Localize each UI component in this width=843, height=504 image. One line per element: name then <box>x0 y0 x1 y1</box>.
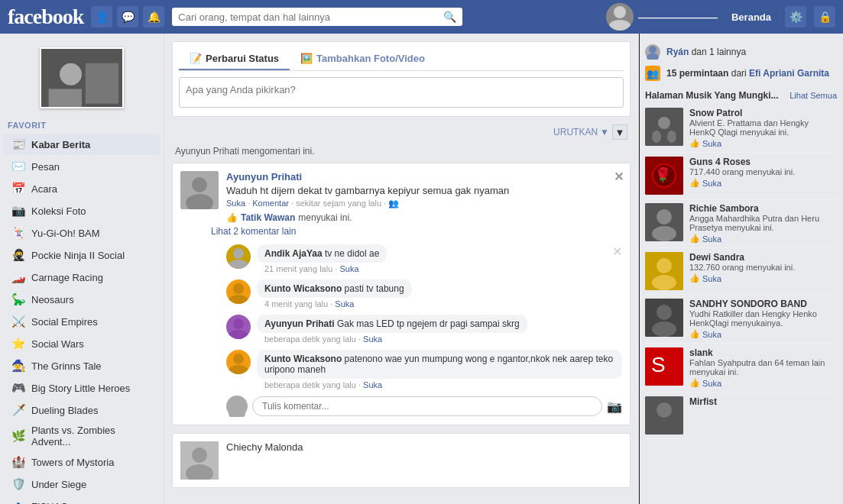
rs-notification-1[interactable]: Ryán dan 1 lainnya <box>645 41 837 63</box>
richie-sambora-info: Richie Sambora Angga Mahardhika Putra da… <box>689 203 837 244</box>
comment-input[interactable] <box>252 396 602 416</box>
comment-input-avatar <box>226 396 248 417</box>
status-input[interactable] <box>179 77 624 108</box>
sidebar-item-fishao[interactable]: 🐟 FISHAO <box>3 496 160 504</box>
right-sidebar: Ryán dan 1 lainnya 👥 15 permintaan dari … <box>638 34 843 504</box>
music-page-snow-patrol: Snow Patrol Alvient E. Prattama dan Heng… <box>645 104 837 153</box>
carnage-icon: 🏎️ <box>11 270 26 285</box>
notification-avatar-1 <box>645 44 660 60</box>
like-thumb-icon: 👍 <box>689 138 700 148</box>
sandhy-sondoro-info: SANDHY SONDORO BAND Yudhi Ratkiller dan … <box>689 299 837 339</box>
profile-name[interactable]: ———————— <box>638 11 718 23</box>
slank-like-button[interactable]: 👍Suka <box>689 378 837 388</box>
efi-link[interactable]: Efi Apriani Garnita <box>749 68 829 79</box>
notifications-icon[interactable]: 🔔 <box>143 6 164 27</box>
search-icon[interactable]: 🔍 <box>443 11 456 23</box>
close-comment-button[interactable]: ✕ <box>612 244 622 259</box>
messages-icon[interactable]: 💬 <box>117 6 138 27</box>
tab-add-photo[interactable]: 🖼️ Tambahkan Foto/Video <box>290 48 436 70</box>
search-input[interactable] <box>178 11 443 23</box>
sort-chevron: ▼ <box>600 127 609 137</box>
sidebar-item-big-story[interactable]: 🎮 Big Story Little Heroes <box>3 377 160 399</box>
snow-patrol-name: Snow Patrol <box>689 108 837 118</box>
lock-icon[interactable]: 🔒 <box>814 6 835 27</box>
guns-roses-like-button[interactable]: 👍Suka <box>689 178 837 188</box>
profile-cover-photo[interactable] <box>40 47 124 108</box>
svg-point-1 <box>609 20 631 31</box>
comment-link[interactable]: Komentar <box>252 199 289 208</box>
sidebar-item-acara[interactable]: 📅 Acara <box>3 178 160 199</box>
notification-text-1: Ryán dan 1 lainnya <box>666 47 746 57</box>
comment-meta: beberapa detik yang lalu · Suka <box>257 380 622 389</box>
guns-roses-info: Guns 4 Roses 717.440 orang menyukai ini.… <box>689 157 837 188</box>
rs-notification-2[interactable]: 👥 15 permintaan dari Efi Apriani Garnita <box>645 63 837 84</box>
svg-text:S: S <box>651 353 666 376</box>
comment-like-link[interactable]: Suka <box>335 299 354 309</box>
sidebar-item-yu-gi-oh[interactable]: 🃏 Yu-Gi-Oh! BAM <box>3 222 160 244</box>
sidebar-item-dueling-blades[interactable]: 🗡️ Dueling Blades <box>3 399 160 421</box>
home-button[interactable]: Beranda <box>725 8 777 26</box>
post-card-1: ✕ Ayunyun Prihati Waduh ht dijem dekat t… <box>172 163 631 425</box>
facebook-logo: facebook <box>8 5 83 29</box>
snow-patrol-like-button[interactable]: 👍Suka <box>689 138 837 148</box>
plants-icon: 🌿 <box>11 428 26 444</box>
nav-icon-group: 👤 💬 🔔 <box>91 6 164 27</box>
comment-meta: beberapa detik yang lalu · Suka <box>257 334 527 344</box>
close-post-button[interactable]: ✕ <box>614 170 624 184</box>
sidebar-item-neosaurs[interactable]: 🦕 Neosaurs <box>3 289 160 310</box>
like-thumb-icon: 👍 <box>689 378 700 388</box>
post-body: Ayunyun Prihati Waduh ht dijem dekat tv … <box>180 171 622 209</box>
liker-name[interactable]: Tatik Wawan <box>241 212 295 223</box>
svg-point-25 <box>658 117 670 129</box>
like-link[interactable]: Suka <box>226 199 245 208</box>
main-content: 📝 Perbarui Status 🖼️ Tambahkan Foto/Vide… <box>164 34 638 504</box>
sidebar-item-label: Koleksi Foto <box>31 205 153 217</box>
post2-avatar[interactable] <box>180 441 219 480</box>
comment-like-link[interactable]: Suka <box>363 380 382 389</box>
richie-sambora-fans: Angga Mahardhika Putra dan Heru Prasetya… <box>689 214 837 232</box>
sidebar-item-pockie-ninja[interactable]: 🥷 Pockie Ninja II Social <box>3 244 160 266</box>
sidebar-item-kabar-berita[interactable]: 📰 Kabar Berita <box>3 134 160 155</box>
thumbs-up-icon: 👍 <box>226 212 238 223</box>
sidebar-item-koleksi-foto[interactable]: 📷 Koleksi Foto <box>3 200 160 221</box>
post-author-name[interactable]: Ayunyun Prihati <box>226 171 302 183</box>
post-author-avatar[interactable] <box>180 171 219 209</box>
comment-content: Kunto Wicaksono pasti tv tabung 4 menit … <box>257 279 412 309</box>
comment-time: 21 menit yang lalu <box>264 264 332 273</box>
comment-meta: 4 menit yang lalu · Suka <box>257 299 412 309</box>
comment-like-link[interactable]: Suka <box>339 264 358 273</box>
sidebar-item-under-siege[interactable]: 🛡️ Under Siege <box>3 473 160 495</box>
post-box: 📝 Perbarui Status 🖼️ Tambahkan Foto/Vide… <box>172 41 631 117</box>
richie-sambora-like-button[interactable]: 👍Suka <box>689 234 837 244</box>
settings-icon[interactable]: ⚙️ <box>785 6 806 27</box>
camera-icon[interactable]: 📷 <box>607 399 622 414</box>
guns-roses-name: Guns 4 Roses <box>689 157 837 167</box>
ryan-link[interactable]: Ryán <box>666 47 689 57</box>
sidebar-item-pesan[interactable]: ✉️ Pesan <box>3 156 160 177</box>
sidebar-item-social-wars[interactable]: ⭐ Social Wars <box>3 333 160 354</box>
comment-author: Kunto Wicaksono <box>264 283 342 294</box>
sidebar-item-social-empires[interactable]: ⚔️ Social Empires <box>3 311 160 332</box>
feed-scroll-button[interactable]: ▼ <box>612 124 627 140</box>
dewi-sandra-thumb <box>645 252 683 290</box>
sidebar-item-carnage-racing[interactable]: 🏎️ Carnage Racing <box>3 267 160 288</box>
sidebar-item-towers-mystoria[interactable]: 🏰 Towers of Mystoria <box>3 451 160 473</box>
sidebar-item-grinns-tale[interactable]: 🧙 The Grinns Tale <box>3 355 160 376</box>
comment-content: Andik AjaYaa tv ne didol ae 21 menit yan… <box>257 244 387 273</box>
see-more-comments[interactable]: Lihat 2 komentar lain <box>211 226 622 237</box>
sidebar-item-plants-vs-zombies[interactable]: 🌿 Plants vs. Zombies Advent... <box>3 422 160 451</box>
comment-like-link[interactable]: Suka <box>363 334 382 344</box>
post-text: Waduh ht dijem dekat tv gambarnya kepiyu… <box>226 185 622 196</box>
post2-author-name[interactable]: Chiechy Malonda <box>226 441 303 453</box>
sort-button[interactable]: URUTKAN ▼ <box>553 127 609 137</box>
see-all-link[interactable]: Lihat Semua <box>790 91 837 100</box>
tab-update-status[interactable]: 📝 Perbarui Status <box>179 48 290 70</box>
friends-icon[interactable]: 👤 <box>91 6 112 27</box>
social-wars-icon: ⭐ <box>11 336 26 351</box>
sandhy-sondoro-like-button[interactable]: 👍Suka <box>689 329 837 339</box>
dewi-sandra-like-button[interactable]: 👍Suka <box>689 273 837 283</box>
comment-author: Ayunyun Prihati <box>264 318 335 329</box>
avatar <box>606 3 634 31</box>
sidebar-item-label: Towers of Mystoria <box>31 457 153 468</box>
grinns-icon: 🧙 <box>11 358 26 373</box>
